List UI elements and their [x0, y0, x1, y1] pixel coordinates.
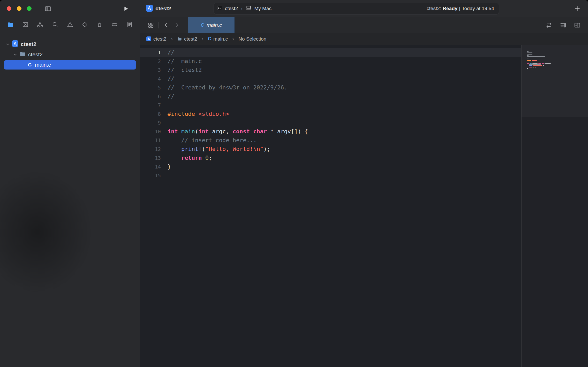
- line-number[interactable]: 9: [140, 118, 161, 127]
- tree-item-label: ctest2: [28, 51, 43, 58]
- line-number[interactable]: 11: [140, 136, 161, 145]
- code-review-icon[interactable]: [545, 22, 552, 29]
- toolbar-main-section: ctest2 ctest2 › My Mac ctest2: Ready: [140, 0, 588, 17]
- line-number[interactable]: 13: [140, 154, 161, 162]
- adjust-editor-icon[interactable]: [560, 22, 567, 29]
- code-line[interactable]: 5// Created by 4nsw3r on 2022/9/26.: [140, 83, 521, 92]
- project-app-icon: [146, 5, 153, 13]
- line-number[interactable]: 7: [140, 101, 161, 110]
- c-file-icon: C: [201, 22, 204, 28]
- activity-pill: ctest2 › My Mac ctest2: Ready | Today at…: [214, 3, 499, 14]
- project-app-icon: [146, 36, 151, 41]
- code-line[interactable]: 15: [140, 171, 521, 180]
- issue-navigator-icon[interactable]: [65, 20, 75, 29]
- activity-status[interactable]: ctest2: Ready | Today at 19:54: [427, 6, 494, 11]
- related-items-icon[interactable]: [145, 22, 156, 28]
- status-divider: |: [459, 6, 460, 11]
- line-number[interactable]: 14: [140, 162, 161, 171]
- minimap-line: [527, 52, 551, 53]
- close-button[interactable]: [7, 6, 11, 11]
- minimize-button[interactable]: [17, 6, 21, 11]
- minimap-line: [527, 58, 551, 58]
- minimap-line: [527, 62, 551, 62]
- add-editor-icon[interactable]: [574, 22, 581, 29]
- minimap-line: [527, 56, 551, 57]
- code-text: }: [168, 162, 171, 171]
- line-number[interactable]: 1: [140, 48, 161, 57]
- window-controls: [7, 6, 32, 11]
- status-project-label: ctest2:: [427, 6, 441, 11]
- code-editor[interactable]: 1//2// main.c3// ctest24//5// Created by…: [140, 45, 521, 367]
- breakpoint-navigator-icon[interactable]: [110, 20, 119, 29]
- line-number[interactable]: 3: [140, 66, 161, 74]
- line-number[interactable]: 8: [140, 110, 161, 118]
- code-line[interactable]: 14}: [140, 162, 521, 171]
- navigator-sidebar: ctest2ctest2Cmain.c: [0, 17, 140, 367]
- code-line[interactable]: 11 // insert code here...: [140, 136, 521, 145]
- line-number[interactable]: 5: [140, 83, 161, 92]
- report-navigator-icon[interactable]: [125, 20, 134, 29]
- project-app-icon: [12, 40, 18, 48]
- line-number[interactable]: 4: [140, 74, 161, 83]
- code-line[interactable]: 9: [140, 118, 521, 127]
- scheme-selector[interactable]: ctest2 › My Mac: [217, 5, 272, 12]
- project-navigator-icon[interactable]: [6, 20, 15, 29]
- main-split: ctest2ctest2Cmain.c: [0, 17, 588, 367]
- line-number[interactable]: 15: [140, 171, 161, 180]
- line-number[interactable]: 12: [140, 145, 161, 154]
- code-line[interactable]: 7: [140, 101, 521, 110]
- code-line[interactable]: 1//: [140, 48, 521, 57]
- test-navigator-icon[interactable]: [80, 20, 89, 29]
- run-button[interactable]: [123, 5, 129, 12]
- find-navigator-icon[interactable]: [50, 20, 60, 29]
- minimap-line: [529, 67, 551, 67]
- add-button[interactable]: [574, 5, 581, 12]
- code-text: int main(int argc, const char * argv[]) …: [168, 127, 308, 136]
- line-number[interactable]: 10: [140, 127, 161, 136]
- disclosure-chevron-icon[interactable]: [5, 42, 10, 46]
- breadcrumb-item[interactable]: ctest2: [146, 36, 167, 42]
- code-line[interactable]: 12 printf("Hello, World!\n");: [140, 145, 521, 154]
- breadcrumb-separator-icon: ›: [169, 36, 175, 42]
- zoom-button[interactable]: [27, 6, 32, 11]
- back-button[interactable]: [161, 22, 171, 28]
- scheme-target-label[interactable]: ctest2: [225, 6, 238, 11]
- tree-row-main.c[interactable]: Cmain.c: [4, 60, 136, 70]
- divider: [159, 22, 159, 28]
- symbol-navigator-icon[interactable]: [35, 20, 45, 29]
- breadcrumb-item[interactable]: ctest2: [177, 36, 197, 42]
- scheme-destination-label[interactable]: My Mac: [254, 6, 272, 11]
- code-line[interactable]: 8#include <stdio.h>: [140, 110, 521, 118]
- tree-row-ctest2[interactable]: ctest2: [4, 40, 136, 49]
- editor-column: C main.c ctest2›ctest2›Cmai: [140, 17, 588, 367]
- code-line[interactable]: 4//: [140, 74, 521, 83]
- code-line[interactable]: 6//: [140, 92, 521, 101]
- code-line[interactable]: 3// ctest2: [140, 66, 521, 74]
- line-number[interactable]: 2: [140, 57, 161, 66]
- forward-button[interactable]: [171, 22, 182, 28]
- breadcrumb-item[interactable]: No Selection: [238, 36, 266, 42]
- minimap-line: [529, 64, 551, 65]
- toolbar: ctest2 ctest2 › My Mac ctest2: Ready: [0, 0, 588, 17]
- tree-row-ctest2[interactable]: ctest2: [4, 50, 136, 59]
- minimap-line: [527, 54, 551, 55]
- breadcrumb: ctest2›ctest2›Cmain.c›No Selection: [146, 36, 266, 42]
- breadcrumb-separator-icon: ›: [199, 36, 206, 42]
- code-line[interactable]: 2// main.c: [140, 57, 521, 66]
- minimap-line: [529, 65, 551, 66]
- debug-navigator-icon[interactable]: [95, 20, 104, 29]
- breadcrumb-item[interactable]: Cmain.c: [208, 36, 228, 42]
- terminal-icon: [217, 5, 223, 12]
- code-line[interactable]: 13 return 0;: [140, 154, 521, 162]
- minimap-line: [527, 63, 551, 64]
- code-text: // Created by 4nsw3r on 2022/9/26.: [168, 83, 288, 92]
- minimap[interactable]: [521, 45, 588, 367]
- minimap-line: [527, 69, 551, 70]
- code-line[interactable]: 10int main(int argc, const char * argv[]…: [140, 127, 521, 136]
- sidebar-toggle-icon[interactable]: [44, 5, 51, 12]
- chevron-separator-icon: ›: [240, 5, 243, 12]
- line-number[interactable]: 6: [140, 92, 161, 101]
- tab-main-c[interactable]: C main.c: [188, 17, 235, 33]
- disclosure-chevron-icon[interactable]: [13, 53, 17, 57]
- source-control-navigator-icon[interactable]: [21, 20, 30, 29]
